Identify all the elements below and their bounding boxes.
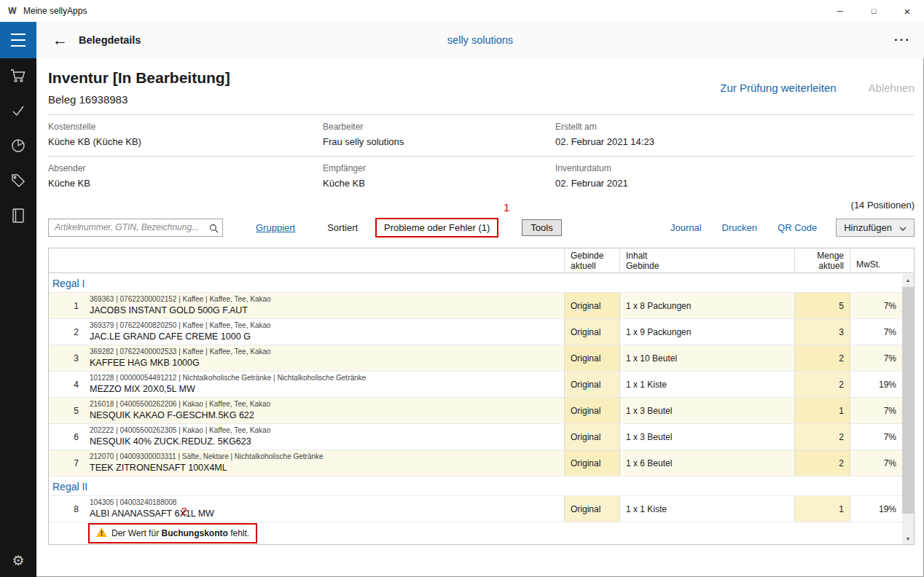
inhalt-cell[interactable]: 1 x 3 Beutel <box>619 424 794 450</box>
info-value: Frau selly solutions <box>323 136 555 148</box>
mwst-cell: 7% <box>850 345 902 371</box>
table-row[interactable]: 6202222 | 04005500262305 | Kakao | Kaffe… <box>49 424 902 450</box>
article-meta: 202222 | 04005500262305 | Kakao | Kaffee… <box>90 426 270 435</box>
menge-cell[interactable]: 2 <box>794 372 850 397</box>
print-link[interactable]: Drucken <box>722 222 757 233</box>
article-cell: 369379 | 07622400820250 | Kaffee | Kaffe… <box>85 319 564 345</box>
info-value: Küche KB (Küche KB) <box>48 136 323 148</box>
header-inhalt[interactable]: InhaltGebinde <box>619 248 794 272</box>
vertical-scrollbar[interactable]: ▲ ▼ <box>902 274 914 544</box>
gebinde-cell[interactable]: Original <box>564 345 619 371</box>
pie-chart-icon[interactable] <box>0 128 36 163</box>
menge-cell[interactable]: 1 <box>794 496 850 522</box>
gebinde-cell[interactable]: Original <box>564 372 619 397</box>
warning-text-suffix: fehlt. <box>228 528 249 538</box>
header-gebinde[interactable]: Gebindeaktuell <box>564 248 619 272</box>
gebinde-cell[interactable]: Original <box>564 424 619 450</box>
menge-cell[interactable]: 3 <box>794 319 850 345</box>
article-name: TEEK ZITRONENSAFT 100X4ML <box>90 463 227 474</box>
menge-cell[interactable]: 5 <box>794 293 850 318</box>
close-button[interactable]: × <box>890 0 924 22</box>
menge-cell[interactable]: 2 <box>794 424 850 450</box>
scroll-down-icon[interactable]: ▼ <box>902 533 914 544</box>
table-row[interactable]: 2369379 | 07622400820250 | Kaffee | Kaff… <box>49 319 902 345</box>
menge-cell[interactable]: 2 <box>794 345 850 371</box>
info-label: Erstellt am <box>555 122 915 132</box>
search-icon[interactable] <box>209 223 219 236</box>
grouped-toggle[interactable]: Gruppiert <box>256 222 295 233</box>
table-row[interactable]: 1369363 | 07622300002152 | Kaffee | Kaff… <box>49 293 902 319</box>
inhalt-cell[interactable]: 1 x 1 Kiste <box>619 372 794 397</box>
header-mwst[interactable]: MwSt. <box>850 248 902 272</box>
table-row[interactable]: 3369282 | 07622400002533 | Kaffee | Kaff… <box>49 345 902 372</box>
inhalt-cell[interactable]: 1 x 1 Kiste <box>619 496 794 522</box>
gebinde-cell[interactable]: Original <box>564 398 619 423</box>
info-absender: Absender Küche KB <box>48 163 323 189</box>
info-label: Absender <box>48 163 323 173</box>
annotation-1: 1 <box>504 202 509 213</box>
page-header: ← Belegdetails selly solutions ··· <box>36 22 924 58</box>
row-number: 4 <box>49 372 85 397</box>
table-row[interactable]: 7212070 | 04009300003311 | Säfte, Nektar… <box>49 450 902 476</box>
minimize-button[interactable]: ─ <box>823 0 857 22</box>
scrollbar-thumb[interactable] <box>902 287 914 514</box>
inhalt-cell[interactable]: 1 x 10 Beutel <box>619 345 794 371</box>
table-header: Gebindeaktuell InhaltGebinde Mengeaktuel… <box>49 248 914 273</box>
maximize-button[interactable]: □ <box>857 0 890 22</box>
warning-triangle-icon <box>96 527 107 540</box>
forward-for-review-link[interactable]: Zur Prüfung weiterleiten <box>720 82 836 94</box>
window-title: Meine sellyApps <box>23 6 87 16</box>
gebinde-cell[interactable]: Original <box>564 293 619 318</box>
search-input[interactable] <box>48 219 223 237</box>
book-icon[interactable] <box>0 198 36 233</box>
inhalt-cell[interactable]: 1 x 3 Beutel <box>619 398 794 423</box>
article-cell: 216018 | 04005500262206 | Kakao | Kaffee… <box>85 398 564 423</box>
inhalt-cell[interactable]: 1 x 6 Beutel <box>619 450 794 476</box>
info-label: Kostenstelle <box>48 122 323 132</box>
mwst-cell: 7% <box>850 319 902 345</box>
qr-code-link[interactable]: QR Code <box>778 222 817 233</box>
checkmark-icon[interactable] <box>0 93 36 128</box>
info-value: Küche KB <box>48 178 323 189</box>
group-header[interactable]: Regal II <box>49 476 902 496</box>
info-inventurdatum: Inventurdatum 02. Februar 2021 <box>555 163 915 189</box>
document-head: Inventur [In Bearbeitung] Beleg 16938983… <box>48 58 915 115</box>
price-tag-icon[interactable] <box>0 163 36 198</box>
article-meta: 369363 | 07622300002152 | Kaffee | Kaffe… <box>90 295 271 304</box>
more-options-icon[interactable]: ··· <box>894 33 911 47</box>
menge-cell[interactable]: 1 <box>794 398 850 423</box>
add-button[interactable]: Hinzufügen <box>836 219 915 237</box>
gebinde-cell[interactable]: Original <box>564 319 619 345</box>
sorted-toggle[interactable]: Sortiert <box>327 222 358 233</box>
mwst-cell: 19% <box>850 496 902 522</box>
menge-cell[interactable]: 2 <box>794 450 850 476</box>
shopping-cart-icon[interactable] <box>0 58 36 93</box>
problems-filter-button[interactable]: Probleme oder Fehler (1) 1 <box>375 218 498 238</box>
inhalt-cell[interactable]: 1 x 8 Packungen <box>619 293 794 318</box>
article-meta: 369282 | 07622400002533 | Kaffee | Kaffe… <box>90 348 271 356</box>
tools-button[interactable]: Tools <box>522 219 561 236</box>
back-arrow-icon[interactable]: ← <box>52 31 68 49</box>
info-bearbeiter: Bearbeiter Frau selly solutions <box>323 122 555 148</box>
group-header[interactable]: Regal I <box>49 273 902 293</box>
window-titlebar: W Meine sellyApps ─ □ × <box>0 0 924 22</box>
header-menge[interactable]: Mengeaktuell <box>794 248 850 272</box>
row-number: 2 <box>49 319 85 345</box>
mwst-cell: 19% <box>850 372 902 397</box>
gebinde-cell[interactable]: Original <box>564 496 619 522</box>
search-field-wrap <box>48 219 223 237</box>
article-cell: 212070 | 04009300003311 | Säfte, Nektare… <box>85 450 564 476</box>
menu-icon[interactable] <box>0 22 36 58</box>
info-label: Bearbeiter <box>323 122 555 132</box>
table-row[interactable]: 4101228 | 00000054491212 | Nichtalkoholi… <box>49 372 902 398</box>
scroll-up-icon[interactable]: ▲ <box>902 274 914 286</box>
settings-gear-icon[interactable]: ⚙ <box>0 543 36 577</box>
table-row[interactable]: 5216018 | 04005500262206 | Kakao | Kaffe… <box>49 398 902 424</box>
gebinde-cell[interactable]: Original <box>564 450 619 476</box>
journal-link[interactable]: Journal <box>670 222 702 233</box>
table-row[interactable]: 8104305 | 04003240188008ALBI ANANASSAFT … <box>49 496 902 522</box>
page-title: Belegdetails <box>79 34 141 46</box>
document-number: Beleg 16938983 <box>48 93 230 106</box>
sidebar: ⚙ <box>0 22 36 577</box>
inhalt-cell[interactable]: 1 x 9 Packungen <box>619 319 794 345</box>
